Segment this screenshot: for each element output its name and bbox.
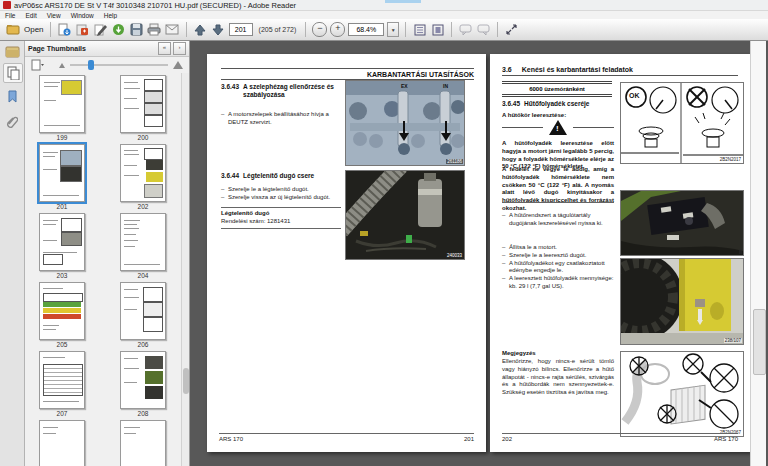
- thumbnail-page-207[interactable]: 207: [39, 351, 85, 417]
- figure-number-smudge: [739, 249, 742, 254]
- thumbnail-page-204[interactable]: 204: [120, 213, 166, 279]
- bookmarks-icon[interactable]: [3, 87, 21, 105]
- page-footer: 202 ARS 170: [502, 433, 738, 442]
- navigation-pane-strip: [0, 41, 25, 466]
- section-3-6-43-bullets: A motorszelepek beállításához hívja a DE…: [221, 111, 339, 127]
- valvetrain-photo: EX IN 261186: [345, 80, 465, 166]
- part-order-number: Rendelési szám: 1281431: [221, 218, 341, 226]
- panel-collapse-button[interactable]: ›: [173, 42, 186, 55]
- page-footer: ARS 170 201: [219, 433, 474, 442]
- drain-plug-photo: 238/107: [620, 258, 744, 345]
- part-title: Légtelenítő dugó: [221, 210, 341, 218]
- full-page-mode-icon[interactable]: [430, 22, 445, 37]
- save-copy-icon[interactable]: [57, 22, 72, 37]
- next-page-icon[interactable]: [211, 22, 226, 37]
- footer-model: ARS 170: [714, 436, 738, 442]
- section-3-6-45: 3.6.45Hűtőfolyadék cseréje: [502, 100, 614, 108]
- step-open-system: A hűtőrendszert a tágulótartály dugójána…: [502, 212, 614, 228]
- page-header: 3.6 Kenési és karbantartási feladatok: [502, 66, 738, 76]
- thumbnail-page-206[interactable]: 206: [120, 282, 166, 348]
- thumbnail-page-202[interactable]: 202: [120, 144, 166, 210]
- note-text: Ellenőrizze, hogy nincs-e sérült tömlő v…: [502, 358, 614, 397]
- attachments-icon[interactable]: [3, 113, 21, 131]
- separator: [305, 22, 306, 37]
- figure-number: 2B2N2017: [719, 157, 742, 162]
- sign-pen-icon[interactable]: [93, 22, 108, 37]
- section-title: Kenési és karbantartási feladatok: [522, 66, 633, 73]
- zoom-in-thumbnails-icon[interactable]: [173, 61, 183, 69]
- drain-label: A hűtőkör leeresztése:: [502, 112, 614, 120]
- pdf-page-201[interactable]: KARBANTARTÁSI UTASÍTÁSOK 3.6.43A szeleph…: [207, 54, 486, 452]
- thumbnail-scrollbar[interactable]: [181, 73, 189, 466]
- title-bar[interactable]: avP06sc ARS170 DE St V T4f 3010348 21070…: [0, 0, 768, 11]
- section-number: 3.6: [502, 66, 512, 73]
- folder-tab-icon[interactable]: [3, 42, 21, 60]
- thumbnail-options-icon[interactable]: [31, 59, 45, 71]
- panel-options-button[interactable]: «: [158, 42, 171, 55]
- menu-edit[interactable]: Edit: [20, 12, 41, 19]
- email-icon[interactable]: [165, 22, 180, 37]
- thumbnail-page-208[interactable]: 208: [120, 351, 166, 417]
- thumbnail-partial[interactable]: [39, 420, 85, 466]
- page-thumbnails-icon[interactable]: [3, 63, 23, 83]
- zoom-dropdown-button[interactable]: ▼: [387, 22, 399, 37]
- pdf-page-202[interactable]: 3.6 Kenési és karbantartási feladatok 60…: [490, 54, 750, 452]
- scrolling-mode-icon[interactable]: [412, 22, 427, 37]
- bleed-plug-photo: 240033: [345, 170, 465, 260]
- menu-file[interactable]: File: [0, 12, 20, 19]
- warning-text-2: A fedelet ne vegye le addig, amíg a hűtő…: [502, 166, 614, 213]
- menu-help[interactable]: Help: [99, 12, 122, 19]
- page-header: KARBANTARTÁSI UTASÍTÁSOK: [221, 68, 474, 80]
- drain-steps: Állítsa le a motort. Szerelje le a leere…: [502, 244, 614, 291]
- adobe-pdf-icon: [3, 1, 11, 9]
- print-icon[interactable]: [147, 22, 162, 37]
- zoom-level-value[interactable]: 68.4%: [348, 23, 384, 36]
- ok-label: OK: [629, 92, 640, 99]
- zoom-out-button[interactable]: −: [312, 22, 327, 37]
- separator: [451, 22, 452, 37]
- thumbnail-scrollbar-thumb[interactable]: [183, 368, 189, 394]
- section-3-6-43: 3.6.43A szelephézag ellenőrzése és szabá…: [221, 83, 341, 99]
- save-icon[interactable]: [129, 22, 144, 37]
- thumbnail-size-slider[interactable]: [70, 64, 168, 66]
- zoom-out-thumbnails-icon[interactable]: [59, 63, 65, 68]
- document-scrollbar-thumb[interactable]: [753, 309, 766, 375]
- background-window-sliver: [385, 0, 421, 3]
- expansion-tank-photo: [620, 190, 744, 256]
- thumbnail-page-199[interactable]: 199: [39, 75, 85, 141]
- open-folder-icon[interactable]: [5, 22, 20, 37]
- warning-triangle-row: [502, 120, 614, 135]
- separator: [186, 22, 187, 37]
- thumbnail-page-200[interactable]: 200: [120, 75, 166, 141]
- thumbnail-page-205[interactable]: 205: [39, 282, 85, 348]
- comment-icon[interactable]: [458, 22, 473, 37]
- separator: [497, 22, 498, 37]
- radiator-check-illustration: 2B2N2067: [620, 351, 744, 437]
- thumbnail-partial[interactable]: [120, 420, 166, 466]
- export-pdf-icon[interactable]: [75, 22, 90, 37]
- page-number-input[interactable]: [229, 23, 253, 36]
- share-icon[interactable]: [111, 22, 126, 37]
- thumbnail-page-203[interactable]: 203: [39, 213, 85, 279]
- footer-page-number: 201: [464, 436, 474, 442]
- footer-model: ARS 170: [219, 436, 243, 442]
- menu-bar: File Edit View Window Help: [0, 11, 768, 19]
- fig-label-ex: EX: [401, 83, 408, 89]
- pressure-cap-illustration: OK 2B2N2017: [620, 82, 744, 164]
- slider-handle[interactable]: [88, 60, 94, 70]
- document-scrollbar[interactable]: [750, 41, 766, 466]
- warning-icon: [549, 120, 567, 135]
- window-title: avP06sc ARS170 DE St V T4f 3010348 21070…: [14, 1, 296, 10]
- menu-view[interactable]: View: [42, 12, 66, 19]
- fullscreen-icon[interactable]: [504, 22, 519, 37]
- note-title: Megjegyzés: [502, 350, 614, 358]
- open-button-label[interactable]: Open: [24, 25, 44, 34]
- highlight-icon[interactable]: [476, 22, 491, 37]
- menu-window[interactable]: Window: [66, 12, 99, 19]
- zoom-in-button[interactable]: +: [330, 22, 345, 37]
- service-interval-box: 6000 üzemóránként: [502, 81, 612, 97]
- thumbnail-page-201[interactable]: 201: [39, 144, 85, 210]
- thumbnail-list: 199 200 201: [25, 73, 182, 466]
- figure-number: 261186: [446, 159, 463, 164]
- previous-page-icon[interactable]: [193, 22, 208, 37]
